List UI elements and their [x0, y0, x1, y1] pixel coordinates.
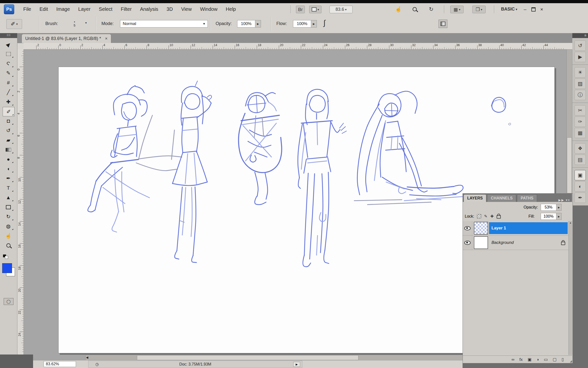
link-layers-button[interactable]: ∞: [512, 357, 514, 362]
foreground-color-swatch[interactable]: [2, 263, 12, 273]
menu-help[interactable]: Help: [222, 6, 240, 12]
actions-panel-button[interactable]: ▶: [575, 52, 586, 62]
airbrush-icon[interactable]: ∫: [323, 19, 325, 27]
blend-mode-select[interactable]: Normal▼: [120, 20, 208, 27]
layer-visibility-toggle[interactable]: [463, 236, 472, 250]
new-adjustment-layer-button[interactable]: ◑: [536, 357, 539, 362]
vertical-ruler[interactable]: 2024681012141618202224: [17, 49, 24, 355]
default-colors-icon[interactable]: [3, 254, 8, 259]
menu-file[interactable]: File: [19, 6, 35, 12]
panel-menu-icon[interactable]: ▶▶ ▾≡: [558, 198, 572, 202]
history-panel-button[interactable]: ↺: [575, 40, 586, 51]
menu-view[interactable]: View: [177, 6, 196, 12]
dock-header[interactable]: ≣: [572, 33, 588, 38]
menu-edit[interactable]: Edit: [35, 6, 52, 12]
layer-row[interactable]: Layer 1: [463, 221, 569, 236]
menu-3d[interactable]: 3D: [162, 6, 177, 12]
3d-rotate-tool[interactable]: ↻: [3, 212, 14, 221]
swatches-panel-button[interactable]: ▤: [575, 155, 586, 165]
menu-image[interactable]: Image: [52, 6, 74, 12]
screen-mode-button[interactable]: ❒▾: [472, 6, 486, 13]
hand-tool-button[interactable]: ☝: [393, 6, 403, 13]
channels-panel-button[interactable]: ◐: [575, 181, 586, 192]
zoom-tool-button[interactable]: [410, 6, 419, 13]
info-panel-button[interactable]: ⓘ: [575, 90, 586, 100]
lock-pixels-icon[interactable]: ✎: [484, 214, 487, 219]
status-zoom-input[interactable]: 83.62%: [44, 361, 76, 367]
eraser-tool[interactable]: ▰: [3, 136, 14, 145]
rectangular-marquee-tool[interactable]: [3, 50, 14, 58]
clone-stamp-tool[interactable]: ◘: [3, 117, 14, 125]
opacity-input[interactable]: 100%: [237, 20, 255, 27]
horizontal-ruler[interactable]: 2024681012141618202224262830323436384042…: [24, 43, 572, 50]
menu-select[interactable]: Select: [95, 6, 117, 12]
tab-layers[interactable]: LAYERS: [464, 194, 486, 202]
menu-window[interactable]: Window: [196, 6, 221, 12]
dodge-tool[interactable]: ◖: [3, 164, 14, 173]
minimize-button[interactable]: –: [521, 6, 529, 13]
add-layer-mask-button[interactable]: ▣: [527, 357, 531, 362]
tab-close-icon[interactable]: ×: [105, 36, 108, 41]
pen-tool[interactable]: ✒: [3, 174, 14, 183]
path-selection-tool[interactable]: ▲: [3, 193, 14, 202]
tool-preset-button[interactable]: ✐▾: [6, 19, 22, 29]
quick-mask-button[interactable]: ◯: [4, 298, 13, 305]
menu-analysis[interactable]: Analysis: [136, 6, 162, 12]
hand-tool[interactable]: ☝: [3, 231, 14, 240]
paths-panel-button[interactable]: ✒: [575, 193, 586, 203]
vertical-scrollbar[interactable]: [566, 49, 572, 194]
color-panel-button[interactable]: ❖: [575, 143, 586, 154]
eyedropper-tool[interactable]: ╱: [3, 88, 14, 97]
layers-panel-button[interactable]: ▣: [575, 170, 586, 180]
toolbox-header[interactable]: ⠿⠿: [0, 33, 17, 38]
layer-visibility-toggle[interactable]: [463, 221, 472, 235]
bridge-launch-button[interactable]: Br: [296, 6, 305, 13]
history-brush-tool[interactable]: ↺: [3, 126, 14, 135]
tool-presets-panel-button[interactable]: ✑: [575, 117, 586, 127]
3d-orbit-tool[interactable]: ◍: [3, 222, 14, 231]
adjustments-panel-button[interactable]: ☀: [575, 67, 586, 78]
delete-layer-button[interactable]: ▯: [562, 357, 564, 362]
fill-slider-button[interactable]: ▶: [556, 213, 562, 220]
workspace-switcher[interactable]: BASIC▾: [498, 6, 520, 13]
masks-panel-button[interactable]: ▨: [575, 79, 586, 89]
spot-healing-brush-tool[interactable]: ✚: [3, 97, 14, 106]
scrollbar-thumb[interactable]: [567, 137, 572, 193]
tab-paths[interactable]: PATHS: [517, 194, 537, 202]
layer-opacity-input[interactable]: 53%: [541, 204, 556, 211]
rectangle-tool[interactable]: [3, 203, 14, 211]
scroll-up-icon[interactable]: ▲: [569, 222, 572, 224]
layer-row[interactable]: Background: [463, 236, 569, 250]
zoom-level-input[interactable]: 83.6▾: [330, 6, 353, 13]
lasso-tool[interactable]: Ϛ: [3, 59, 14, 68]
new-group-button[interactable]: ▭: [544, 357, 548, 362]
chevron-down-icon[interactable]: ▾: [85, 21, 87, 25]
gradient-tool[interactable]: [3, 145, 14, 154]
brush-preview[interactable]: • 5: [68, 18, 81, 30]
view-extras-button[interactable]: ▾: [309, 6, 321, 13]
type-tool[interactable]: T: [3, 184, 14, 192]
quick-selection-tool[interactable]: ✎: [3, 69, 14, 78]
restore-button[interactable]: [530, 6, 537, 13]
flow-input[interactable]: 100%: [293, 20, 311, 27]
move-tool[interactable]: ▶: [3, 40, 14, 49]
styles-panel-button[interactable]: ✂: [575, 105, 586, 116]
arrange-documents-button[interactable]: ▦▾: [450, 6, 464, 13]
status-menu-button[interactable]: ▶: [293, 362, 300, 367]
menu-filter[interactable]: Filter: [117, 6, 136, 12]
menu-layer[interactable]: Layer: [74, 6, 95, 12]
panel-resize-grip[interactable]: ◢: [570, 359, 572, 363]
scrollbar-thumb[interactable]: [137, 355, 358, 360]
flow-slider-button[interactable]: ▶: [311, 20, 317, 27]
layer-style-button[interactable]: fx: [519, 357, 523, 362]
close-button[interactable]: ×: [538, 6, 545, 13]
tab-channels[interactable]: CHANNELS: [487, 194, 516, 202]
blur-tool[interactable]: ●: [3, 155, 14, 164]
opacity-slider-button[interactable]: ▶: [556, 204, 562, 211]
new-layer-button[interactable]: ▢: [553, 357, 557, 362]
lock-all-icon[interactable]: [497, 215, 501, 219]
opacity-slider-button[interactable]: ▶: [255, 20, 261, 27]
lock-position-icon[interactable]: ✚: [490, 214, 493, 219]
rotate-view-button[interactable]: ↻: [426, 6, 436, 13]
toggle-panels-button[interactable]: [439, 20, 447, 28]
